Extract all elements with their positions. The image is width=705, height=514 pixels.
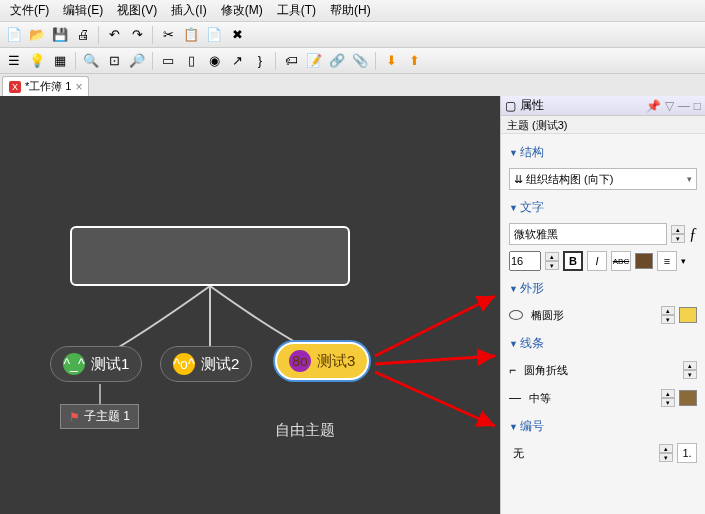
panel-icon: ▢ (505, 99, 516, 113)
font-family-dropdown[interactable]: 微软雅黑 (509, 223, 667, 245)
section-number[interactable]: 编号 (509, 412, 697, 439)
line-weight-dropdown[interactable]: 中等 (525, 387, 657, 409)
free-topic-label: 自由主题 (275, 421, 335, 440)
strike-button[interactable]: ABC (611, 251, 631, 271)
grid-icon[interactable]: ▦ (50, 51, 70, 71)
org-icon: ⇊ (514, 173, 523, 186)
toolbar-main: 📄 📂 💾 🖨 ↶ ↷ ✂ 📋 📄 ✖ (0, 22, 705, 48)
drillup-icon[interactable]: ⬆ (404, 51, 424, 71)
zoom-fit-icon[interactable]: ⊡ (104, 51, 124, 71)
subtopic-icon[interactable]: ▯ (181, 51, 201, 71)
properties-panel: ▢ 属性 📌 ▽ — □ 主题 (测试3) 结构 ⇊ 组织结构图 (向下) ▾ … (500, 96, 705, 514)
section-shape[interactable]: 外形 (509, 274, 697, 301)
menu-view[interactable]: 视图(V) (111, 0, 163, 21)
shape-color-swatch[interactable] (679, 307, 697, 323)
number-dropdown[interactable]: 无 (509, 442, 655, 464)
font-icon[interactable]: ƒ (689, 225, 697, 243)
root-topic[interactable] (70, 226, 350, 286)
undo-icon[interactable]: ↶ (104, 25, 124, 45)
redo-icon[interactable]: ↷ (127, 25, 147, 45)
mindmap-canvas[interactable]: ^_^ 测试1 ^o^ 测试2 8o 测试3 ⚑ 子主题 1 自由主题 (0, 96, 500, 514)
size-stepper[interactable]: ▴▾ (545, 252, 559, 270)
tab-bar: X *工作簿 1 × (0, 74, 705, 96)
section-structure[interactable]: 结构 (509, 138, 697, 165)
note-icon[interactable]: 📝 (304, 51, 324, 71)
paste-icon[interactable]: 📄 (204, 25, 224, 45)
structure-dropdown[interactable]: ⇊ 组织结构图 (向下) ▾ (509, 168, 697, 190)
svg-line-1 (375, 356, 495, 364)
subtopic-label: 子主题 1 (84, 408, 130, 425)
child-topic-1[interactable]: ^_^ 测试1 (50, 346, 142, 382)
pin-icon[interactable]: 📌 (646, 99, 661, 113)
drill-icon[interactable]: ⬇ (381, 51, 401, 71)
attach-icon[interactable]: 📎 (350, 51, 370, 71)
open-icon[interactable]: 📂 (27, 25, 47, 45)
linestyle-stepper[interactable]: ▴▾ (683, 361, 697, 379)
line-weight-icon: — (509, 391, 521, 405)
menu-file[interactable]: 文件(F) (4, 0, 55, 21)
smile-icon: ^_^ (63, 353, 85, 375)
delete-icon[interactable]: ✖ (227, 25, 247, 45)
subtopic-1[interactable]: ⚑ 子主题 1 (60, 404, 139, 429)
boundary-icon[interactable]: ◉ (204, 51, 224, 71)
section-line[interactable]: 线条 (509, 329, 697, 356)
summary-icon[interactable]: } (250, 51, 270, 71)
menu-bar: 文件(F) 编辑(E) 视图(V) 插入(I) 修改(M) 工具(T) 帮助(H… (0, 0, 705, 22)
bulb-icon[interactable]: 💡 (27, 51, 47, 71)
svg-line-0 (375, 296, 495, 356)
panel-title: 属性 (520, 97, 544, 114)
print-icon[interactable]: 🖨 (73, 25, 93, 45)
link-icon[interactable]: 🔗 (327, 51, 347, 71)
line-style-icon: ⌐ (509, 363, 516, 377)
italic-button[interactable]: I (587, 251, 607, 271)
number-format-button[interactable]: 1. (677, 443, 697, 463)
align-button[interactable]: ≡ (657, 251, 677, 271)
cut-icon[interactable]: ✂ (158, 25, 178, 45)
app-icon: X (9, 81, 21, 93)
copy-icon[interactable]: 📋 (181, 25, 201, 45)
outline-icon[interactable]: ☰ (4, 51, 24, 71)
font-size-input[interactable] (509, 251, 541, 271)
child-3-label: 测试3 (317, 352, 355, 371)
save-icon[interactable]: 💾 (50, 25, 70, 45)
svg-line-2 (375, 372, 495, 426)
topic-icon[interactable]: ▭ (158, 51, 178, 71)
number-stepper[interactable]: ▴▾ (659, 444, 673, 462)
menu-modify[interactable]: 修改(M) (215, 0, 269, 21)
document-tab[interactable]: X *工作簿 1 × (2, 76, 89, 96)
zoom-in-icon[interactable]: 🔎 (127, 51, 147, 71)
line-style-dropdown[interactable]: 圆角折线 (520, 359, 679, 381)
new-icon[interactable]: 📄 (4, 25, 24, 45)
surprise-icon: 8o (289, 350, 311, 372)
font-stepper[interactable]: ▴▾ (671, 225, 685, 243)
marker-icon[interactable]: 🏷 (281, 51, 301, 71)
child-topic-3[interactable]: 8o 测试3 (275, 342, 369, 380)
shape-stepper[interactable]: ▴▾ (661, 306, 675, 324)
panel-header: ▢ 属性 📌 ▽ — □ (501, 96, 705, 116)
section-text[interactable]: 文字 (509, 193, 697, 220)
minimize-icon[interactable]: ▽ (665, 99, 674, 113)
zoom-out-icon[interactable]: 🔍 (81, 51, 101, 71)
menu-tools[interactable]: 工具(T) (271, 0, 322, 21)
max-icon[interactable]: □ (694, 99, 701, 113)
menu-help[interactable]: 帮助(H) (324, 0, 377, 21)
min-icon[interactable]: — (678, 99, 690, 113)
relationship-icon[interactable]: ↗ (227, 51, 247, 71)
bold-button[interactable]: B (563, 251, 583, 271)
align-dd-icon[interactable]: ▾ (681, 256, 686, 266)
shape-dropdown[interactable]: 椭圆形 (527, 304, 657, 326)
menu-edit[interactable]: 编辑(E) (57, 0, 109, 21)
ellipse-icon (509, 310, 523, 320)
tab-title: *工作簿 1 (25, 79, 71, 94)
toolbar-secondary: ☰ 💡 ▦ 🔍 ⊡ 🔎 ▭ ▯ ◉ ↗ } 🏷 📝 🔗 📎 ⬇ ⬆ (0, 48, 705, 74)
child-topic-2[interactable]: ^o^ 测试2 (160, 346, 252, 382)
text-color-swatch[interactable] (635, 253, 653, 269)
lineweight-stepper[interactable]: ▴▾ (661, 389, 675, 407)
laugh-icon: ^o^ (173, 353, 195, 375)
flag-icon: ⚑ (69, 410, 80, 424)
child-2-label: 测试2 (201, 355, 239, 374)
child-1-label: 测试1 (91, 355, 129, 374)
close-icon[interactable]: × (75, 80, 82, 94)
menu-insert[interactable]: 插入(I) (165, 0, 212, 21)
line-color-swatch[interactable] (679, 390, 697, 406)
